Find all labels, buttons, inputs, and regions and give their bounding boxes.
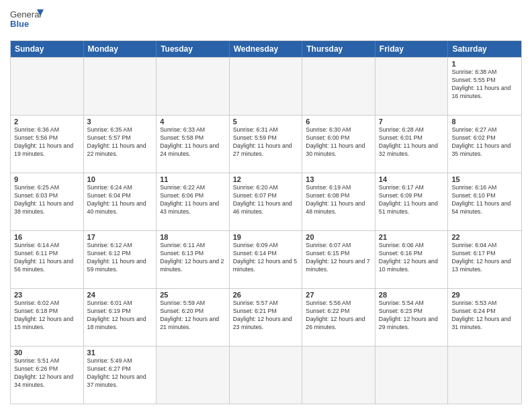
day-info: Sunrise: 6:19 AM Sunset: 6:08 PM Dayligh…: [306, 184, 371, 216]
day-info: Sunrise: 6:06 AM Sunset: 6:16 PM Dayligh…: [379, 242, 445, 274]
calendar-day-12: 12Sunrise: 6:20 AM Sunset: 6:07 PM Dayli…: [230, 173, 303, 230]
calendar-row-2: 9Sunrise: 6:25 AM Sunset: 6:03 PM Daylig…: [11, 173, 521, 230]
day-number: 28: [379, 291, 445, 299]
calendar-weekday-thursday: Thursday: [302, 41, 375, 57]
calendar-day-7: 7Sunrise: 6:28 AM Sunset: 6:01 PM Daylig…: [375, 116, 449, 173]
calendar-body: 1Sunrise: 6:38 AM Sunset: 5:55 PM Daylig…: [11, 57, 521, 404]
calendar-day-6: 6Sunrise: 6:30 AM Sunset: 6:00 PM Daylig…: [302, 116, 375, 173]
generalblue-logo-icon: General Blue: [10, 7, 44, 36]
header: General Blue: [10, 7, 522, 36]
day-info: Sunrise: 6:14 AM Sunset: 6:11 PM Dayligh…: [14, 242, 80, 274]
calendar-weekday-monday: Monday: [84, 41, 157, 57]
day-number: 2: [14, 118, 80, 126]
calendar-day-20: 20Sunrise: 6:07 AM Sunset: 6:15 PM Dayli…: [302, 231, 375, 288]
day-info: Sunrise: 6:36 AM Sunset: 5:56 PM Dayligh…: [14, 126, 80, 158]
calendar-day-4: 4Sunrise: 6:33 AM Sunset: 5:58 PM Daylig…: [157, 116, 230, 173]
day-info: Sunrise: 6:01 AM Sunset: 6:19 PM Dayligh…: [87, 300, 153, 332]
calendar-row-3: 16Sunrise: 6:14 AM Sunset: 6:11 PM Dayli…: [11, 230, 521, 288]
calendar-empty-cell: [448, 347, 521, 404]
day-info: Sunrise: 6:30 AM Sunset: 6:00 PM Dayligh…: [306, 126, 371, 158]
calendar-empty-cell: [230, 347, 303, 404]
day-info: Sunrise: 5:59 AM Sunset: 6:20 PM Dayligh…: [160, 300, 226, 332]
calendar-day-5: 5Sunrise: 6:31 AM Sunset: 5:59 PM Daylig…: [230, 116, 303, 173]
day-number: 25: [160, 291, 226, 299]
day-info: Sunrise: 5:54 AM Sunset: 6:23 PM Dayligh…: [379, 300, 445, 332]
day-number: 9: [14, 175, 80, 183]
calendar-weekday-tuesday: Tuesday: [157, 41, 230, 57]
calendar-day-21: 21Sunrise: 6:06 AM Sunset: 6:16 PM Dayli…: [375, 231, 449, 288]
day-number: 23: [14, 291, 80, 299]
day-info: Sunrise: 5:57 AM Sunset: 6:21 PM Dayligh…: [233, 300, 299, 332]
calendar-row-0: 1Sunrise: 6:38 AM Sunset: 5:55 PM Daylig…: [11, 57, 521, 115]
calendar-day-9: 9Sunrise: 6:25 AM Sunset: 6:03 PM Daylig…: [11, 173, 84, 230]
day-number: 27: [306, 291, 371, 299]
day-number: 12: [233, 175, 299, 183]
calendar-day-2: 2Sunrise: 6:36 AM Sunset: 5:56 PM Daylig…: [11, 116, 84, 173]
day-number: 19: [233, 233, 299, 241]
logo: General Blue: [10, 7, 44, 36]
calendar-empty-cell: [84, 58, 157, 115]
calendar-day-29: 29Sunrise: 5:53 AM Sunset: 6:24 PM Dayli…: [448, 289, 521, 346]
calendar-day-28: 28Sunrise: 5:54 AM Sunset: 6:23 PM Dayli…: [375, 289, 449, 346]
day-number: 21: [379, 233, 445, 241]
calendar-empty-cell: [11, 58, 84, 115]
calendar-day-19: 19Sunrise: 6:09 AM Sunset: 6:14 PM Dayli…: [230, 231, 303, 288]
day-number: 30: [14, 349, 80, 357]
day-info: Sunrise: 6:11 AM Sunset: 6:13 PM Dayligh…: [160, 242, 226, 274]
calendar-day-15: 15Sunrise: 6:16 AM Sunset: 6:10 PM Dayli…: [448, 173, 521, 230]
day-info: Sunrise: 5:49 AM Sunset: 6:27 PM Dayligh…: [87, 357, 153, 390]
day-number: 17: [87, 233, 153, 241]
day-number: 3: [87, 118, 153, 126]
calendar-weekday-wednesday: Wednesday: [230, 41, 303, 57]
day-number: 15: [451, 175, 518, 183]
day-number: 29: [451, 291, 518, 299]
calendar-day-1: 1Sunrise: 6:38 AM Sunset: 5:55 PM Daylig…: [448, 58, 521, 115]
calendar-day-11: 11Sunrise: 6:22 AM Sunset: 6:06 PM Dayli…: [157, 173, 230, 230]
day-info: Sunrise: 6:12 AM Sunset: 6:12 PM Dayligh…: [87, 242, 153, 274]
calendar-empty-cell: [157, 58, 230, 115]
day-number: 16: [14, 233, 80, 241]
day-number: 14: [379, 175, 445, 183]
day-info: Sunrise: 6:27 AM Sunset: 6:02 PM Dayligh…: [451, 126, 518, 158]
day-info: Sunrise: 6:35 AM Sunset: 5:57 PM Dayligh…: [87, 126, 153, 158]
day-info: Sunrise: 6:38 AM Sunset: 5:55 PM Dayligh…: [451, 68, 518, 101]
day-number: 18: [160, 233, 226, 241]
calendar-row-1: 2Sunrise: 6:36 AM Sunset: 5:56 PM Daylig…: [11, 115, 521, 173]
day-number: 1: [451, 60, 518, 68]
calendar-empty-cell: [157, 347, 230, 404]
calendar-weekday-sunday: Sunday: [11, 41, 84, 57]
day-info: Sunrise: 6:04 AM Sunset: 6:17 PM Dayligh…: [451, 242, 518, 274]
day-number: 20: [306, 233, 371, 241]
calendar: SundayMondayTuesdayWednesdayThursdayFrid…: [10, 40, 522, 404]
calendar-day-26: 26Sunrise: 5:57 AM Sunset: 6:21 PM Dayli…: [230, 289, 303, 346]
calendar-row-4: 23Sunrise: 6:02 AM Sunset: 6:18 PM Dayli…: [11, 288, 521, 346]
day-info: Sunrise: 6:07 AM Sunset: 6:15 PM Dayligh…: [306, 242, 371, 274]
day-number: 6: [306, 118, 371, 126]
day-info: Sunrise: 6:17 AM Sunset: 6:09 PM Dayligh…: [379, 184, 445, 216]
day-number: 31: [87, 349, 153, 357]
calendar-day-23: 23Sunrise: 6:02 AM Sunset: 6:18 PM Dayli…: [11, 289, 84, 346]
calendar-day-17: 17Sunrise: 6:12 AM Sunset: 6:12 PM Dayli…: [84, 231, 157, 288]
day-number: 5: [233, 118, 299, 126]
calendar-day-16: 16Sunrise: 6:14 AM Sunset: 6:11 PM Dayli…: [11, 231, 84, 288]
day-number: 10: [87, 175, 153, 183]
svg-text:General: General: [10, 9, 41, 19]
day-number: 8: [451, 118, 518, 126]
calendar-day-22: 22Sunrise: 6:04 AM Sunset: 6:17 PM Dayli…: [448, 231, 521, 288]
calendar-weekday-saturday: Saturday: [448, 41, 521, 57]
calendar-day-13: 13Sunrise: 6:19 AM Sunset: 6:08 PM Dayli…: [302, 173, 375, 230]
calendar-day-3: 3Sunrise: 6:35 AM Sunset: 5:57 PM Daylig…: [84, 116, 157, 173]
day-number: 13: [306, 175, 371, 183]
calendar-day-10: 10Sunrise: 6:24 AM Sunset: 6:04 PM Dayli…: [84, 173, 157, 230]
day-number: 22: [451, 233, 518, 241]
calendar-weekday-friday: Friday: [375, 41, 449, 57]
calendar-day-27: 27Sunrise: 5:56 AM Sunset: 6:22 PM Dayli…: [302, 289, 375, 346]
day-info: Sunrise: 6:20 AM Sunset: 6:07 PM Dayligh…: [233, 184, 299, 216]
day-info: Sunrise: 5:53 AM Sunset: 6:24 PM Dayligh…: [451, 300, 518, 332]
svg-text:Blue: Blue: [10, 19, 29, 29]
calendar-day-30: 30Sunrise: 5:51 AM Sunset: 6:26 PM Dayli…: [11, 347, 84, 404]
day-info: Sunrise: 6:25 AM Sunset: 6:03 PM Dayligh…: [14, 184, 80, 216]
day-info: Sunrise: 6:22 AM Sunset: 6:06 PM Dayligh…: [160, 184, 226, 216]
calendar-day-18: 18Sunrise: 6:11 AM Sunset: 6:13 PM Dayli…: [157, 231, 230, 288]
calendar-day-8: 8Sunrise: 6:27 AM Sunset: 6:02 PM Daylig…: [448, 116, 521, 173]
